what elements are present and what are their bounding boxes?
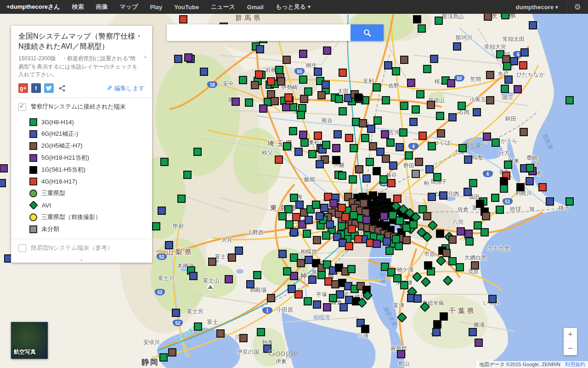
map-marker-g[interactable] — [257, 328, 265, 336]
map-marker-b[interactable] — [546, 197, 554, 206]
map-marker-g[interactable] — [436, 112, 444, 120]
map-marker-k[interactable] — [361, 325, 369, 333]
map-marker-g[interactable] — [303, 230, 311, 238]
map-marker-b[interactable] — [326, 220, 334, 229]
map-marker-b[interactable] — [389, 161, 397, 170]
map-marker-g[interactable] — [297, 111, 305, 119]
map-marker-a[interactable] — [412, 170, 420, 178]
map-marker-g[interactable] — [423, 65, 431, 73]
map-marker-p[interactable] — [397, 350, 405, 358]
map-marker-g[interactable] — [239, 76, 247, 84]
map-marker-g[interactable] — [392, 235, 400, 243]
map-marker-g[interactable] — [412, 105, 420, 114]
map-marker-g[interactable] — [338, 172, 346, 180]
map-marker-b[interactable] — [256, 45, 264, 53]
map-marker-p[interactable] — [299, 50, 307, 58]
map-marker-r[interactable] — [393, 195, 401, 203]
topbar-item-5[interactable]: YouTube — [174, 4, 199, 11]
map-marker-p[interactable] — [332, 144, 340, 152]
map-marker-r[interactable] — [267, 77, 275, 86]
map-marker-g[interactable] — [491, 194, 499, 202]
map-marker-n[interactable] — [300, 95, 308, 103]
map-marker-b[interactable] — [322, 80, 330, 89]
search-button[interactable] — [351, 24, 384, 41]
map-marker-g[interactable] — [183, 171, 192, 179]
map-marker-g[interactable] — [565, 197, 574, 206]
map-marker-b[interactable] — [473, 108, 481, 116]
map-marker-n[interactable] — [442, 249, 451, 257]
map-marker-g[interactable] — [385, 247, 394, 255]
map-marker-r[interactable] — [179, 15, 187, 23]
topbar-item-6[interactable]: ニュース — [211, 3, 235, 11]
map-marker-b[interactable] — [0, 179, 6, 187]
map-marker-r[interactable] — [418, 132, 427, 140]
zoom-out-button[interactable]: − — [564, 342, 577, 355]
map-marker-b[interactable] — [316, 212, 324, 220]
map-marker-r[interactable] — [387, 179, 396, 187]
map-marker-b[interactable] — [278, 250, 287, 258]
map-marker-p[interactable] — [373, 240, 381, 248]
map-marker-b[interactable] — [362, 174, 371, 183]
edit-map-link[interactable]: ✎ 編集します — [107, 84, 145, 92]
map-marker-k[interactable] — [424, 261, 432, 270]
map-marker-g[interactable] — [400, 102, 408, 110]
map-marker-n[interactable] — [359, 119, 367, 127]
map-marker-n[interactable] — [277, 77, 285, 86]
map-marker-n[interactable] — [239, 334, 248, 342]
map-marker-p[interactable] — [447, 79, 455, 87]
map-marker-k[interactable] — [373, 167, 381, 175]
map-marker-g[interactable] — [177, 195, 186, 203]
map-marker-b[interactable] — [526, 177, 534, 185]
map-marker-n[interactable] — [208, 258, 216, 266]
map-marker-r[interactable] — [345, 134, 353, 142]
map-marker-r[interactable] — [339, 69, 347, 77]
map-marker-g[interactable] — [492, 138, 500, 147]
map-marker-k[interactable] — [436, 230, 444, 238]
map-marker-p[interactable] — [232, 98, 240, 106]
map-marker-b[interactable] — [158, 207, 166, 215]
map-marker-b[interactable] — [235, 247, 243, 255]
map-marker-r[interactable] — [275, 155, 283, 164]
share-icon[interactable] — [57, 83, 67, 93]
zoom-in-button[interactable]: + — [564, 328, 577, 341]
map-marker-g[interactable] — [373, 116, 382, 125]
map-marker-b[interactable] — [383, 237, 391, 246]
map-marker-g[interactable] — [253, 271, 261, 279]
map-marker-b[interactable] — [295, 201, 304, 209]
map-marker-n[interactable] — [427, 101, 435, 109]
aerial-photo-toggle[interactable]: 航空写真 — [11, 322, 48, 359]
map-marker-g[interactable] — [289, 127, 297, 135]
map-marker-n[interactable] — [355, 165, 363, 173]
map-marker-g[interactable] — [308, 150, 317, 158]
map-marker-g[interactable] — [405, 151, 413, 160]
map-marker-p[interactable] — [475, 339, 483, 347]
search-input[interactable] — [167, 24, 351, 41]
map-marker-r[interactable] — [341, 213, 350, 221]
map-marker-r[interactable] — [348, 225, 356, 233]
map-marker-b[interactable] — [425, 165, 434, 173]
map-marker-g[interactable] — [428, 142, 436, 150]
map-marker-b[interactable] — [172, 309, 180, 317]
account-menu[interactable]: dumpthecore ▾ — [508, 4, 566, 11]
layer-simple-n-system[interactable]: 簡易型Nシステム端末（参考） — [11, 239, 152, 257]
map-marker-g[interactable] — [312, 201, 320, 209]
map-marker-g[interactable] — [160, 158, 169, 166]
map-marker-b[interactable] — [316, 160, 324, 168]
map-marker-b[interactable] — [334, 130, 342, 138]
map-marker-b[interactable] — [294, 148, 303, 156]
layer2-checkbox[interactable] — [18, 244, 26, 252]
map-marker-g[interactable] — [456, 263, 464, 271]
map-marker-g[interactable] — [278, 212, 287, 220]
map-marker-g[interactable] — [458, 102, 466, 110]
map-marker-g[interactable] — [409, 220, 418, 229]
topbar-item-3[interactable]: マップ — [120, 3, 138, 11]
map-marker-g[interactable] — [379, 175, 388, 184]
map-marker-r[interactable] — [345, 242, 353, 250]
map-marker-b[interactable] — [464, 155, 472, 164]
map-marker-r[interactable] — [354, 235, 362, 243]
map-marker-p[interactable] — [381, 130, 389, 138]
map-marker-g[interactable] — [329, 294, 337, 302]
map-marker-p[interactable] — [329, 199, 338, 207]
topbar-item-7[interactable]: Gmail — [247, 4, 264, 11]
map-marker-n[interactable] — [415, 158, 423, 166]
